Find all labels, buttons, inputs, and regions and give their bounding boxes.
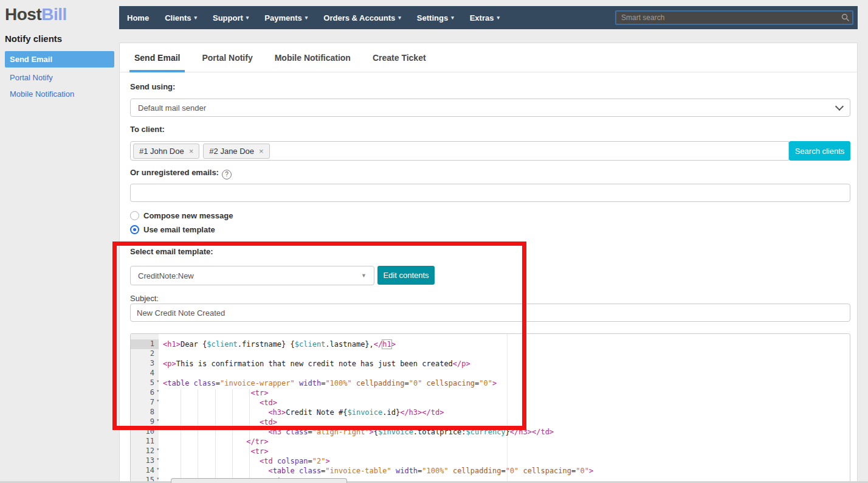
- nav-item-label: Clients: [165, 13, 191, 23]
- code-token: .totalprice:: [413, 428, 466, 436]
- code-token: "0": [506, 467, 519, 475]
- code-token: {: [374, 428, 378, 436]
- code-token: >: [325, 457, 329, 465]
- remove-icon[interactable]: ×: [189, 147, 194, 155]
- gutter-line: 6▾: [131, 388, 159, 398]
- template-code-editor[interactable]: 12345▾6▾7▾89▾101112▾13▾14▾15▾ <h1>Dear {…: [130, 333, 850, 483]
- search-icon[interactable]: [841, 13, 850, 22]
- nav-item-home[interactable]: Home: [119, 6, 157, 29]
- top-navbar: HomeClients▾Support▾Payments▾Orders & Ac…: [119, 6, 858, 29]
- code-token: [422, 379, 426, 387]
- code-token: .firstname} {: [238, 340, 295, 349]
- smart-search: [615, 10, 853, 25]
- line-number: 4: [150, 369, 154, 377]
- line-number: 6: [150, 388, 154, 397]
- nav-item-clients[interactable]: Clients▾: [157, 6, 205, 29]
- editor-code-area[interactable]: <h1>Dear {$client.firstname} {$client.la…: [159, 334, 850, 483]
- status-bar-fragment: [171, 478, 347, 483]
- gutter-line: 1: [131, 339, 159, 349]
- tab-mobile-notification[interactable]: Mobile Notification: [270, 43, 356, 72]
- code-token: This is confirmation that new credit not…: [176, 360, 453, 368]
- help-icon[interactable]: ?: [222, 170, 232, 179]
- nav-item-orders-accounts[interactable]: Orders & Accounts▾: [315, 6, 409, 29]
- code-token: width: [396, 467, 418, 475]
- code-token: .lastname},: [325, 340, 373, 349]
- gutter-line: 12▾: [131, 447, 159, 456]
- code-token: <tr>: [251, 389, 269, 397]
- code-token: "invoice-table": [325, 467, 391, 475]
- subject-input[interactable]: [130, 304, 850, 322]
- code-token: =: [308, 428, 312, 436]
- code-line: <td>: [163, 398, 850, 408]
- search-clients-button[interactable]: Search clients: [789, 141, 850, 161]
- line-number: 9: [150, 417, 154, 426]
- compose-new-message-option[interactable]: Compose new message: [130, 211, 233, 220]
- nav-item-support[interactable]: Support▾: [205, 6, 257, 29]
- template-select[interactable]: CreditNote:New ▼: [130, 266, 374, 285]
- tab-portal-notify[interactable]: Portal Notify: [197, 43, 257, 72]
- code-line: <h1>Dear {$client.firstname} {$client.la…: [163, 339, 850, 349]
- code-token: </: [374, 340, 382, 349]
- gutter-line: 8: [131, 408, 159, 417]
- code-token: "0": [409, 379, 422, 387]
- code-token: class: [286, 428, 308, 436]
- code-token: =: [308, 457, 312, 465]
- tab-send-email[interactable]: Send Email: [129, 43, 185, 72]
- smart-search-input[interactable]: [615, 10, 853, 25]
- chevron-down-icon: [835, 102, 844, 111]
- caret-down-icon: ▾: [398, 15, 401, 21]
- code-token: <h3>: [268, 408, 286, 417]
- code-token: <h3: [268, 428, 281, 436]
- gutter-line: 7▾: [131, 398, 159, 408]
- code-line: [163, 349, 850, 359]
- code-token: <h1>: [163, 340, 181, 349]
- code-token: Dear {: [181, 340, 207, 349]
- code-token: >: [492, 379, 497, 387]
- code-line: <table class="invoice-table" width="100%…: [163, 466, 850, 476]
- sidebar-item-mobile-notification[interactable]: Mobile Notification: [5, 86, 114, 102]
- code-token: cellpadding: [453, 467, 501, 475]
- caret-down-icon: ▾: [194, 15, 197, 21]
- gutter-line: 13▾: [131, 456, 159, 466]
- sidebar-item-send-email[interactable]: Send Email: [5, 51, 114, 68]
- nav-item-payments[interactable]: Payments▾: [257, 6, 315, 29]
- code-line: <td>: [163, 417, 850, 427]
- code-token: table: [167, 379, 189, 387]
- to-client-input[interactable]: #1 John Doe×#2 Jane Doe×: [130, 141, 789, 161]
- nav-item-extras[interactable]: Extras▾: [462, 6, 508, 29]
- code-token: <td: [260, 457, 273, 465]
- tab-bar: Send EmailPortal NotifyMobile Notificati…: [120, 43, 857, 72]
- remove-icon[interactable]: ×: [259, 147, 264, 155]
- nav-item-label: Orders & Accounts: [323, 13, 395, 23]
- tab-create-ticket[interactable]: Create Ticket: [368, 43, 431, 72]
- code-token: "0": [479, 379, 492, 387]
- radio-selected-icon[interactable]: [130, 225, 139, 234]
- caret-down-icon: ▾: [451, 15, 454, 21]
- code-token: [273, 457, 277, 465]
- recipient-chip: #2 Jane Doe×: [203, 144, 269, 159]
- code-token: "2": [312, 457, 326, 465]
- caret-down-icon: ▾: [305, 15, 308, 21]
- code-token: >: [589, 467, 593, 475]
- send-using-select[interactable]: Default mail sender: [130, 99, 850, 117]
- unregistered-emails-input[interactable]: [130, 184, 850, 202]
- code-token: <tr>: [251, 447, 269, 456]
- line-number: 8: [150, 408, 154, 416]
- radio-unselected-icon[interactable]: [130, 211, 139, 220]
- line-number: 11: [146, 437, 154, 445]
- gutter-line: 2: [131, 349, 159, 359]
- sidebar-item-portal-notify[interactable]: Portal Notify: [5, 69, 114, 86]
- unregistered-emails-label: Or unregistered emails:?: [130, 168, 232, 179]
- edit-contents-button[interactable]: Edit contents: [377, 266, 435, 285]
- subject-label: Subject:: [130, 294, 159, 303]
- code-token: $invoice: [378, 428, 413, 436]
- nav-item-label: Payments: [264, 13, 301, 23]
- nav-item-settings[interactable]: Settings▾: [409, 6, 462, 29]
- use-email-template-option[interactable]: Use email template: [130, 225, 215, 234]
- line-number: 5: [150, 378, 154, 387]
- editor-gutter: 12345▾6▾7▾89▾101112▾13▾14▾15▾: [131, 334, 159, 483]
- line-number: 14: [146, 466, 154, 474]
- code-token: [352, 379, 356, 387]
- line-number: 3: [150, 359, 154, 367]
- send-using-value: Default mail sender: [138, 103, 206, 113]
